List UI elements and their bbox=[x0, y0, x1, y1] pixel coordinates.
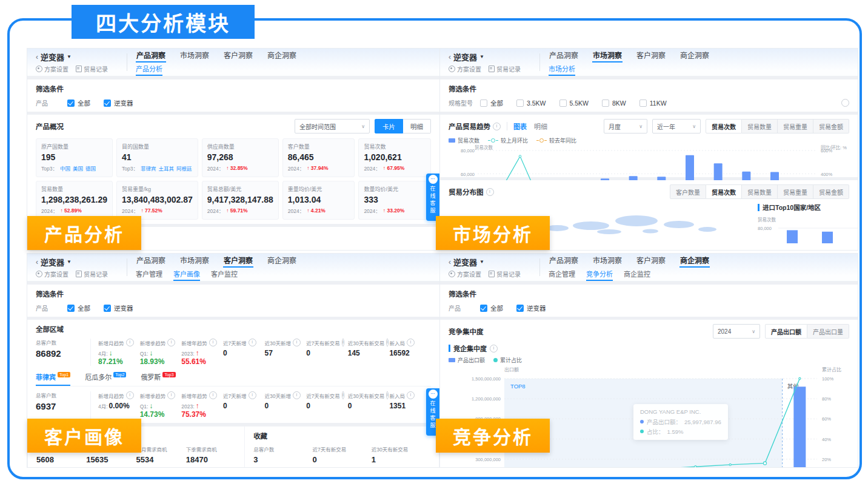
info-icon[interactable]: i bbox=[249, 339, 256, 346]
top3-link[interactable]: 土耳其 bbox=[158, 164, 174, 172]
metric-button-贸易金额[interactable]: 贸易金额 bbox=[813, 119, 849, 133]
back-product-selector[interactable]: ‹逆变器▼ bbox=[36, 51, 127, 62]
info-icon[interactable]: i bbox=[486, 188, 494, 196]
metric-button-贸易重量[interactable]: 贸易重量 bbox=[778, 119, 813, 133]
trade-record-link[interactable]: 贸易记录 bbox=[76, 269, 108, 278]
info-icon[interactable]: i bbox=[167, 339, 175, 346]
info-icon[interactable]: i bbox=[342, 339, 344, 346]
info-icon[interactable]: i bbox=[407, 339, 415, 346]
tab-市场洞察[interactable]: 市场洞察 bbox=[592, 49, 623, 62]
tab-客户洞察[interactable]: 客户洞察 bbox=[223, 254, 253, 268]
lifecycle-stage-成长期[interactable]: 成长期目标产品处于成长期，整体趋势呈快速增长 bbox=[341, 245, 431, 250]
metric-button-贸易重量[interactable]: 贸易重量 bbox=[778, 184, 813, 199]
tab-市场洞察[interactable]: 市场洞察 bbox=[592, 254, 623, 268]
tab-产品洞察[interactable]: 产品洞察 bbox=[136, 254, 166, 268]
checkbox-全部[interactable]: 全部 bbox=[67, 303, 90, 312]
view-button-明细[interactable]: 明细 bbox=[403, 119, 431, 133]
subtab-市场分析[interactable]: 市场分析 bbox=[549, 64, 575, 76]
legend-item: 贸易次数 bbox=[449, 137, 479, 144]
tab-市场洞察[interactable]: 市场洞察 bbox=[179, 254, 210, 268]
tab-产品洞察[interactable]: 产品洞察 bbox=[549, 49, 579, 62]
metric-button-贸易金额[interactable]: 贸易金额 bbox=[813, 184, 849, 199]
scheme-settings-link[interactable]: 方案设置 bbox=[449, 269, 481, 278]
checkbox-全部[interactable]: 全部 bbox=[67, 98, 90, 107]
tab-产品洞察[interactable]: 产品洞察 bbox=[549, 254, 579, 268]
info-icon[interactable]: i bbox=[293, 339, 301, 346]
filter-settings-icon[interactable] bbox=[841, 99, 849, 107]
top3-link[interactable]: 中国 bbox=[60, 164, 70, 172]
scheme-settings-link[interactable]: 方案设置 bbox=[449, 64, 481, 73]
trade-record-link[interactable]: 贸易记录 bbox=[489, 269, 521, 278]
back-product-selector[interactable]: ‹逆变器▼ bbox=[36, 256, 127, 268]
top3-link[interactable]: 德国 bbox=[85, 164, 96, 172]
checkbox-逆变器[interactable]: 逆变器 bbox=[104, 303, 133, 312]
period-select[interactable]: 月度∨ bbox=[604, 119, 647, 133]
info-icon[interactable]: i bbox=[209, 339, 217, 346]
info-icon[interactable]: i bbox=[386, 339, 389, 346]
country-tab-厄瓜多尔[interactable]: 厄瓜多尔Top2 bbox=[85, 372, 126, 386]
metric-button-贸易次数[interactable]: 贸易次数 bbox=[706, 184, 742, 199]
subtab-商企管理[interactable]: 商企管理 bbox=[549, 269, 575, 281]
info-icon[interactable]: i bbox=[293, 391, 301, 399]
subtab-客户管理[interactable]: 客户管理 bbox=[136, 269, 162, 281]
tab-商企洞察[interactable]: 商企洞察 bbox=[679, 254, 710, 268]
top3-link[interactable]: 菲律宾 bbox=[141, 164, 156, 172]
checkbox-8KW[interactable]: 8KW bbox=[602, 98, 626, 107]
country-tab-俄罗斯[interactable]: 俄罗斯Top3 bbox=[141, 372, 175, 386]
tab-产品洞察[interactable]: 产品洞察 bbox=[136, 49, 166, 62]
subtab-产品分析[interactable]: 产品分析 bbox=[136, 64, 162, 76]
tab-商企洞察[interactable]: 商企洞察 bbox=[679, 49, 710, 62]
metric-button-贸易数量[interactable]: 贸易数量 bbox=[742, 119, 778, 133]
metric-button-产品出口额[interactable]: 产品出口额 bbox=[765, 324, 807, 339]
info-icon[interactable]: i bbox=[167, 391, 175, 399]
range-select[interactable]: 近一年∨ bbox=[652, 119, 701, 133]
top3-link[interactable]: 阿根廷 bbox=[176, 164, 192, 172]
stat-item-近7天新增: 近7天新增i0 bbox=[223, 391, 265, 419]
back-product-selector[interactable]: ‹逆变器▼ bbox=[449, 51, 539, 62]
metric-button-客户数量[interactable]: 客户数量 bbox=[670, 184, 706, 199]
metric-button-贸易次数[interactable]: 贸易次数 bbox=[706, 119, 742, 133]
year-select[interactable]: 2024∨ bbox=[713, 324, 760, 339]
trade-record-link[interactable]: 贸易记录 bbox=[76, 64, 108, 73]
info-icon[interactable]: i bbox=[342, 391, 344, 399]
trade-record-link[interactable]: 贸易记录 bbox=[489, 64, 521, 73]
time-range-select[interactable]: 全部时间范围∨ bbox=[295, 119, 370, 133]
scheme-settings-link[interactable]: 方案设置 bbox=[36, 269, 68, 278]
info-icon[interactable]: i bbox=[493, 123, 501, 130]
info-icon[interactable]: i bbox=[407, 391, 415, 399]
tab-客户洞察[interactable]: 客户洞察 bbox=[223, 49, 253, 62]
checkbox-逆变器[interactable]: 逆变器 bbox=[104, 98, 133, 107]
info-icon[interactable]: i bbox=[249, 391, 256, 399]
country-tab-菲律宾[interactable]: 菲律宾Top1 bbox=[36, 372, 70, 386]
info-icon[interactable]: i bbox=[209, 391, 217, 399]
checkbox-11KW[interactable]: 11KW bbox=[639, 98, 667, 107]
tab-商企洞察[interactable]: 商企洞察 bbox=[267, 49, 297, 62]
subtab-商企监控[interactable]: 商企监控 bbox=[624, 269, 650, 281]
subtab-竞争分析[interactable]: 竞争分析 bbox=[586, 269, 613, 281]
checkbox-icon bbox=[480, 100, 487, 107]
subtab-客户监控[interactable]: 客户监控 bbox=[211, 269, 238, 281]
view-button-卡片[interactable]: 卡片 bbox=[375, 119, 403, 133]
checkbox-逆变器[interactable]: 逆变器 bbox=[516, 303, 546, 312]
metric-button-产品出口量[interactable]: 产品出口量 bbox=[807, 324, 849, 339]
view-明细[interactable]: 明细 bbox=[534, 123, 547, 130]
view-图表[interactable]: 图表 bbox=[513, 123, 527, 130]
checkbox-全部[interactable]: 全部 bbox=[480, 98, 503, 107]
checkbox-全部[interactable]: 全部 bbox=[480, 303, 503, 312]
tab-客户洞察[interactable]: 客户洞察 bbox=[636, 49, 666, 62]
tab-商企洞察[interactable]: 商企洞察 bbox=[267, 254, 297, 268]
info-icon[interactable]: i bbox=[126, 339, 134, 346]
metric-button-贸易数量[interactable]: 贸易数量 bbox=[742, 184, 778, 199]
info-icon[interactable]: i bbox=[386, 391, 389, 399]
checkbox-5.5KW[interactable]: 5.5KW bbox=[559, 98, 589, 107]
back-product-selector[interactable]: ‹逆变器▼ bbox=[449, 256, 539, 268]
checkbox-3.5KW[interactable]: 3.5KW bbox=[516, 98, 546, 107]
scheme-settings-link[interactable]: 方案设置 bbox=[36, 64, 68, 73]
subtab-客户画像[interactable]: 客户画像 bbox=[173, 269, 200, 281]
info-icon[interactable]: i bbox=[490, 345, 498, 353]
tab-市场洞察[interactable]: 市场洞察 bbox=[179, 49, 210, 62]
online-service-button[interactable]: ··· 在线客服 bbox=[426, 174, 439, 221]
info-icon[interactable]: i bbox=[126, 391, 134, 399]
tab-客户洞察[interactable]: 客户洞察 bbox=[636, 254, 666, 268]
top3-link[interactable]: 美国 bbox=[73, 164, 83, 172]
